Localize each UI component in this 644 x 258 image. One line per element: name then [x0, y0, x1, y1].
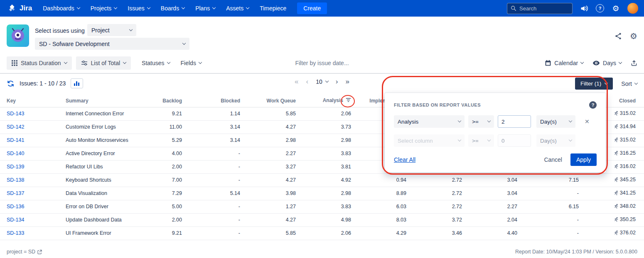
nav-item-boards[interactable]: Boards: [161, 5, 184, 12]
issues-bar: Issues: 1 - 10 / 23 « ‹ 10 › » Filter (1…: [0, 74, 644, 95]
column-header-backlog[interactable]: Backlog: [155, 95, 182, 107]
duration-cell: 3.81: [296, 160, 351, 173]
cancel-button[interactable]: Cancel: [544, 156, 562, 163]
nav-item-timepiece[interactable]: Timepiece: [260, 5, 286, 12]
duration-cell: 2.98: [296, 134, 351, 147]
duration-cell: -: [517, 187, 579, 200]
column-header-work-queue[interactable]: Work Queue: [240, 95, 296, 107]
apply-button[interactable]: Apply: [570, 153, 597, 166]
chevron-down-icon: [114, 6, 117, 9]
duration-cell: 2.27: [462, 200, 517, 213]
filter-operator-select[interactable]: >=: [468, 115, 494, 128]
next-page-icon[interactable]: ›: [336, 78, 338, 85]
user-avatar[interactable]: [627, 3, 638, 14]
duration-cell: 8.03: [351, 213, 406, 226]
nav-item-dashboards[interactable]: Dashboards: [43, 5, 80, 12]
calendar-select[interactable]: Calendar: [545, 60, 583, 66]
in-progress-runner-icon: [614, 190, 619, 195]
filter-column-select[interactable]: Select column: [394, 134, 465, 147]
export-icon[interactable]: [631, 60, 637, 66]
duration-cell: 4.29: [351, 226, 406, 240]
time-unit-select[interactable]: Days: [592, 60, 622, 66]
clear-all-link[interactable]: Clear All: [394, 156, 415, 163]
nav-item-plans[interactable]: Plans: [195, 5, 215, 12]
filter-popup-header: FILTER BASED ON REPORT VALUES ?: [394, 101, 597, 109]
nav-item-projects[interactable]: Projects: [91, 5, 117, 12]
chevron-down-icon: [129, 27, 133, 31]
duration-cell: 2.04: [462, 213, 517, 226]
first-page-icon[interactable]: «: [295, 78, 298, 85]
previous-page-icon[interactable]: ‹: [306, 78, 309, 85]
column-header-analysis[interactable]: Analysis: [296, 95, 351, 107]
help-icon[interactable]: ?: [596, 4, 604, 12]
refresh-icon[interactable]: [7, 80, 15, 88]
duration-cell: 4.00: [155, 147, 182, 160]
report-header: Select issues using Project SD - Sofware…: [0, 17, 644, 53]
issue-key-link[interactable]: SD-138: [7, 177, 24, 183]
duration-cell: 2.06: [296, 107, 351, 120]
filter-value-input[interactable]: [498, 134, 531, 147]
chevron-down-icon: [569, 119, 572, 122]
in-progress-runner-icon: [614, 111, 619, 116]
filter-column-select[interactable]: Analysis: [394, 115, 465, 128]
chart-view-button[interactable]: [71, 78, 83, 88]
share-icon[interactable]: [615, 32, 622, 40]
filter-unit-select[interactable]: Day(s): [536, 134, 575, 147]
issue-key-link[interactable]: SD-143: [7, 111, 24, 117]
issue-key-link[interactable]: SD-142: [7, 124, 24, 130]
duration-cell: 2.06: [296, 226, 351, 240]
search-box[interactable]: [507, 3, 573, 14]
announcements-megaphone-icon[interactable]: [580, 5, 589, 12]
remove-condition-icon[interactable]: ✕: [585, 118, 590, 125]
table-row: SD-137Data Visualization7.295.143.982.98…: [0, 187, 644, 200]
table-row: SD-134Update Dashboard Data2.00-4.274.98…: [0, 213, 644, 226]
issue-summary-cell: Update Dashboard Data: [59, 213, 155, 226]
filter-unit-select[interactable]: Day(s): [536, 115, 575, 128]
issue-key-link[interactable]: SD-134: [7, 217, 24, 223]
create-button[interactable]: Create: [297, 2, 327, 14]
issue-key-link[interactable]: SD-136: [7, 204, 24, 209]
issue-source-type-select[interactable]: Project: [87, 24, 136, 36]
column-header-blocked[interactable]: Blocked: [182, 95, 240, 107]
duration-cell: 3.73: [296, 120, 351, 134]
calendar-icon: [545, 60, 551, 66]
issue-key-link[interactable]: SD-137: [7, 190, 24, 196]
duration-cell: 3.27: [240, 160, 296, 173]
issue-key-link[interactable]: SD-141: [7, 137, 24, 143]
chevron-down-icon: [182, 41, 186, 44]
duration-cell: 11.00: [155, 120, 182, 134]
in-progress-runner-icon: [614, 137, 619, 142]
issue-key-link[interactable]: SD-140: [7, 151, 24, 156]
issue-key-cell: SD-140: [0, 147, 59, 160]
settings-gear-icon[interactable]: ⚙: [611, 5, 620, 12]
sort-select[interactable]: Sort: [621, 80, 637, 87]
duration-cell: -: [182, 200, 240, 213]
column-header-summary[interactable]: Summary: [59, 95, 155, 107]
nav-item-assets[interactable]: Assets: [226, 5, 249, 12]
issues-bar-right: Filter (1) Sort: [575, 78, 637, 90]
filter-funnel-icon[interactable]: [346, 97, 351, 104]
popup-help-icon[interactable]: ?: [589, 101, 597, 109]
filter-operator-select[interactable]: >=: [468, 134, 494, 147]
filter-button[interactable]: Filter (1): [575, 78, 613, 90]
column-header-key[interactable]: Key: [0, 95, 59, 107]
filter-popup: FILTER BASED ON REPORT VALUES ? Analysis…: [385, 93, 606, 173]
jira-logo[interactable]: Jira: [7, 4, 32, 13]
project-select[interactable]: SD - Sofware Development: [35, 38, 189, 50]
nav-item-issues[interactable]: Issues: [128, 5, 150, 12]
last-page-icon[interactable]: »: [345, 78, 349, 85]
issue-count-text: Issues: 1 - 10 / 23: [20, 80, 66, 87]
issue-key-link[interactable]: SD-133: [7, 230, 24, 236]
chevron-down-icon: [619, 61, 622, 64]
report-settings-gear-icon[interactable]: ⚙: [630, 32, 637, 40]
filter-value-input[interactable]: [498, 115, 531, 128]
issue-key-cell: SD-139: [0, 160, 59, 173]
pagination: « ‹ 10 › »: [295, 78, 349, 85]
external-link-icon[interactable]: [37, 250, 42, 254]
duration-cell: 2.00: [155, 213, 182, 226]
search-input[interactable]: [519, 5, 565, 12]
issue-key-link[interactable]: SD-139: [7, 164, 24, 170]
duration-cell: 4.27: [240, 173, 296, 187]
page-size-select[interactable]: 10: [316, 78, 328, 85]
issue-summary-cell: Customize Error Logs: [59, 120, 155, 134]
